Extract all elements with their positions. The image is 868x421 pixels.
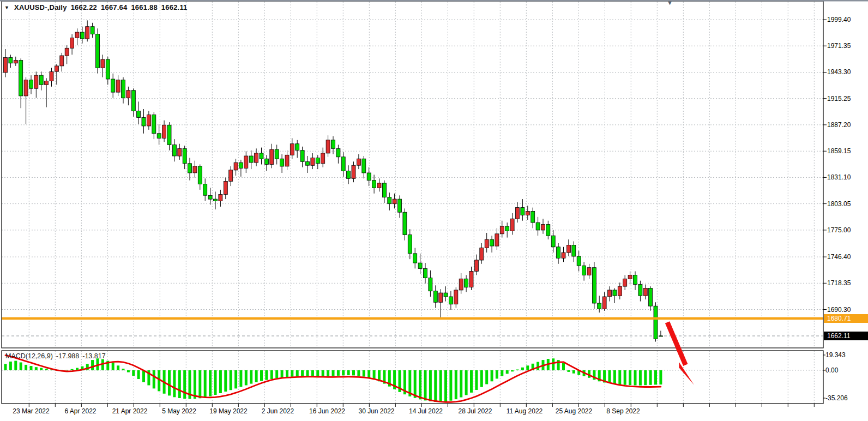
price-axis-label: 1690.30 [827,306,867,314]
price-axis-label: 1831.10 [827,173,867,181]
time-axis-label: 5 May 2022 [153,407,206,415]
price-axis-label: 1775.00 [827,226,867,234]
quote-high: 1667.64 [101,3,127,11]
indicator-axis-label: 19.343 [825,351,867,359]
time-axis-label: 21 Apr 2022 [104,407,156,415]
price-axis-label: 1718.35 [827,279,867,287]
time-axis-label: 28 Jul 2022 [449,407,502,415]
quote-close: 1662.11 [161,3,188,11]
price-axis-label: 1915.25 [827,95,867,103]
indicator-name: MACD(12,26,9) [5,352,53,360]
time-axis-label: 11 Aug 2022 [498,407,551,415]
macd-histogram [4,358,662,402]
price-axis-label: 1971.35 [827,42,867,50]
price-axis-label: 1746.40 [827,253,867,261]
time-axis-label: 2 Jun 2022 [252,407,304,415]
symbol-dropdown-icon[interactable]: ▼ [4,5,9,10]
symbol-period-label: XAUUSD-,Daily [14,3,67,11]
trend-arrow-annotation[interactable] [667,322,694,385]
time-axis-label: 8 Sep 2022 [597,407,649,415]
quote-low: 1661.88 [131,3,157,11]
chart-canvas[interactable] [0,0,868,421]
price-axis-label: 1887.20 [827,121,867,129]
indicator-axis-label: 0.00 [825,366,867,374]
price-axis-label: 1859.15 [827,147,867,155]
price-level-badge: 1680.71 [824,314,868,323]
time-axis-label: 19 May 2022 [202,407,255,415]
price-axis-label: 1999.40 [827,16,867,23]
chart-title: ▼XAUUSD-,Daily1662.221667.641661.881662.… [4,3,188,11]
time-axis-label: 25 Aug 2022 [548,407,600,415]
candlestick-series [4,20,663,341]
indicator-axis-label: -35.206 [825,394,867,402]
indicator-macd-value: -17.988 [56,352,79,360]
trading-chart-window: { "window": { "dropdown_icon": "▼", "sym… [0,0,868,421]
bid-price-badge: 1662.11 [824,332,868,340]
quote-open: 1662.22 [71,3,97,11]
indicator-label: MACD(12,26,9)-17.988-13.817 [5,352,109,360]
indicator-signal-value: -13.817 [82,352,105,360]
time-axis-label: 23 Mar 2022 [5,407,57,415]
price-axis-label: 1943.30 [827,68,867,76]
time-axis-label: 6 Apr 2022 [55,407,107,415]
time-axis-label: 16 Jun 2022 [301,407,353,415]
time-axis-label: 14 Jul 2022 [400,407,452,415]
time-axis-label: 30 Jun 2022 [351,407,403,415]
chart-shift-marker-icon[interactable]: ▼ [667,0,673,6]
price-axis-label: 1803.05 [827,200,867,208]
